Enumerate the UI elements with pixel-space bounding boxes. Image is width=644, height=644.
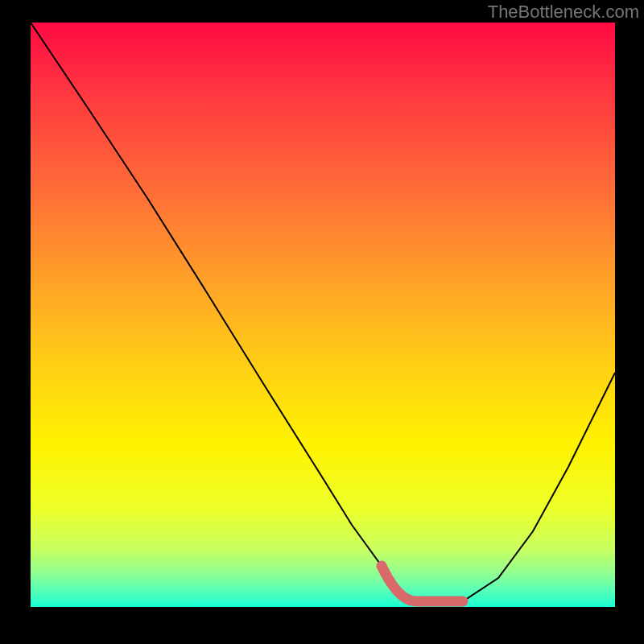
plot-area: [31, 23, 615, 607]
optimal-zone-highlight: [31, 23, 615, 607]
highlight-path: [382, 566, 463, 601]
chart-container: TheBottleneck.com: [0, 0, 644, 644]
watermark-text: TheBottleneck.com: [488, 2, 639, 23]
